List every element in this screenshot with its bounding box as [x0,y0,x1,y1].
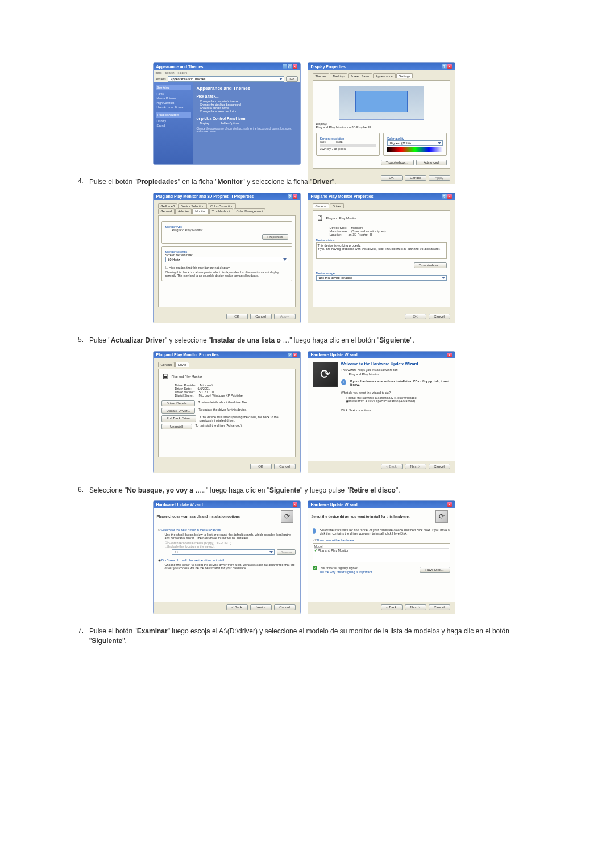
update-driver-button[interactable]: Update Driver... [161,408,196,414]
folders-icon[interactable]: Folders [177,71,187,74]
max-icon[interactable]: ▢ [288,64,292,69]
close-icon[interactable]: × [447,502,452,507]
close-icon[interactable]: × [447,194,452,199]
have-disk-button[interactable]: Have Disk... [420,567,450,573]
opt-dont: Don't search. I will choose the driver t… [161,558,225,562]
opt-search: Search for the best driver in these loca… [160,528,221,532]
tab-desktop[interactable]: Desktop [330,73,347,78]
troubleshoot-button[interactable]: Troubleshoot... [381,160,414,165]
cancel-button[interactable]: Cancel [274,464,296,469]
next-button[interactable]: Next > [405,464,426,469]
radio-search[interactable]: ○ [158,528,160,532]
next-button[interactable]: Next > [405,604,426,610]
wizard-icon: ⟳ [313,362,338,387]
help-icon[interactable]: ? [288,353,292,357]
chk-location: ☐ [165,545,168,548]
tab-settings[interactable]: Settings [396,73,413,78]
cancel-button[interactable]: Cancel [250,314,272,319]
close-icon[interactable]: × [447,64,452,69]
tab-driver[interactable]: Driver [175,362,189,367]
tab-screensaver[interactable]: Screen Saver [348,73,372,78]
properties-button[interactable]: Properties [262,234,288,240]
sidebar-item[interactable]: High Contrast [156,101,191,105]
tab-driver[interactable]: Driver [330,203,344,208]
wizard-question: What do you want the wizard to do? [341,391,450,394]
hide-desc: Clearing this check box allows you to se… [165,270,288,277]
wizard-heading: Please choose your search and installati… [157,515,241,518]
rollback-button[interactable]: Roll Back Driver [161,415,196,422]
search-icon[interactable]: Search [165,71,175,74]
model-item[interactable]: Plug and Play Monitor [318,549,349,552]
task-link[interactable]: Change the screen resolution [200,110,297,113]
cancel-button[interactable]: Cancel [274,604,296,610]
back-button[interactable]: < Back [226,604,248,610]
go-button[interactable]: Go [286,76,297,82]
close-icon[interactable]: × [447,353,452,357]
sidebar-item[interactable]: Fonts [156,91,191,96]
cancel-button[interactable]: Cancel [429,314,450,319]
step-number: 4. [71,177,89,187]
close-icon[interactable]: × [293,502,297,507]
cp-icon-folder-options[interactable]: Folder Options [221,122,239,125]
main-pane: Appearance and Themes Pick a task... Cha… [193,82,300,164]
wizard-heading: Select the device driver you want to ins… [312,515,410,518]
back-button[interactable]: < Back [381,604,403,610]
radio-list[interactable]: ◉ [346,399,349,403]
sidebar-item[interactable]: Mouse Pointers [156,96,191,101]
tab-adapter[interactable]: Adapter [175,208,192,214]
help-icon[interactable]: ? [288,194,292,199]
info-icon: i [313,528,316,534]
next-button[interactable]: Next > [250,604,272,610]
signed-link[interactable]: Tell me why driver signing is important [320,570,372,574]
tab-themes[interactable]: Themes [313,73,330,78]
close-icon[interactable]: × [293,353,297,357]
wizard-icon: ⟳ [281,510,293,523]
sidebar-item[interactable]: User Account Picture [156,105,191,110]
tab-geforce[interactable]: GeForce3 [158,203,177,208]
ok-button[interactable]: OK [405,314,426,319]
usage-select[interactable]: Use this device (enable) [316,275,447,281]
toolbar-back-button[interactable]: Back [156,71,162,74]
browse-button: Browse [277,549,295,555]
loc-label: Location: [330,233,342,236]
sidebar-item[interactable]: Sound [156,123,191,128]
resolution-slider[interactable] [320,144,376,147]
ok-button[interactable]: OK [226,314,248,319]
compat-check[interactable]: ☑ [313,539,316,542]
tab-general[interactable]: General [313,203,330,208]
tab-device-selection[interactable]: Device Selection [178,203,207,208]
help-icon[interactable]: ? [442,194,447,199]
cp-icon-heading: or pick a Control Panel icon [197,116,246,120]
tab-appearance[interactable]: Appearance [373,73,396,78]
signed-text: This driver is digitally signed. [319,566,359,570]
tab-color-correction[interactable]: Color Correction [208,203,236,208]
sidebar-item[interactable]: Display [156,119,191,123]
monitor-type-label: Monitor type [165,225,182,228]
ok-button[interactable]: OK [250,464,272,469]
refresh-select[interactable]: 60 Hertz [165,257,288,262]
window-title: Display Properties [311,65,346,69]
troubleshoot-button[interactable]: Troubleshoot... [414,262,447,268]
colorq-select[interactable]: Highest (32 bit) [387,140,443,146]
help-icon[interactable]: ? [442,64,447,69]
tab-general[interactable]: General [158,208,175,214]
radio-dont[interactable]: ◉ [158,558,161,562]
address-input[interactable]: Appearance and Themes [168,76,285,82]
close-icon[interactable]: × [293,194,297,199]
tab-monitor[interactable]: Monitor [192,208,208,214]
advanced-button[interactable]: Advanced [416,160,447,165]
driver-details-button[interactable]: Driver Details... [161,400,195,406]
uninstall-button[interactable]: Uninstall [161,424,192,429]
address-label: Address [156,77,166,81]
cp-icon-display[interactable]: Display [200,122,209,125]
wizard-intro: This wizard helps you install software f… [341,368,450,372]
cancel-button[interactable]: Cancel [429,604,450,610]
tab-troubleshoot[interactable]: Troubleshoot [209,208,233,214]
close-icon[interactable]: × [293,64,297,69]
tab-color-mgmt[interactable]: Color Management [234,208,266,214]
hw-wizard-select-window: Hardware Update Wizard × Select the devi… [308,500,455,614]
cancel-button[interactable]: Cancel [429,464,450,469]
hide-modes-check[interactable]: ☐ [165,266,168,269]
tab-general[interactable]: General [158,362,175,367]
min-icon[interactable]: _ [283,64,287,69]
